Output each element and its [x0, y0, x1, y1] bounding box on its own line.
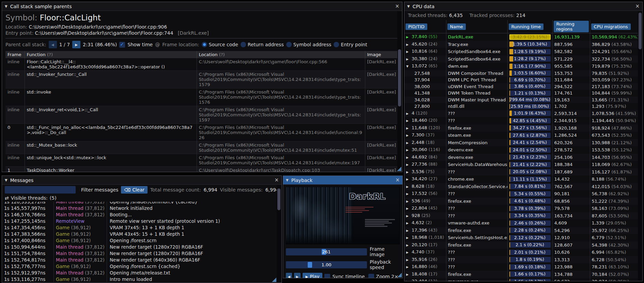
resize-grip[interactable] [272, 278, 276, 282]
function-cell[interactable]: std::unique_lock<std::mutex>::lock [25, 154, 197, 167]
frame-location-radio[interactable]: Return address [241, 42, 284, 47]
resize-grip[interactable] [397, 167, 401, 171]
cpu-process-row[interactable]: ▶928 (25) ??? 3.34 s (0.35%) 163,734 87,… [404, 212, 638, 220]
message-row[interactable]: 1s 147,255,145ns RemoteView (18,796) Rem… [2, 218, 281, 224]
expand-icon[interactable]: ▶ [406, 34, 412, 41]
pid-cell[interactable]: 38,000 [404, 83, 446, 90]
message-row[interactable]: 1s 152,776,777ns Game (36,912) Opening /… [2, 263, 281, 270]
location-cell[interactable]: C:\Users\wolf\Desktop\darkrl\src\TaskDis… [197, 167, 365, 172]
sync-timeline-checkbox[interactable] [324, 274, 330, 279]
cpu-process-row[interactable]: 27,548 DWM Compositor Thread 1:03.5 (6.6… [404, 70, 638, 77]
expand-icon[interactable]: ▶ [406, 213, 412, 220]
expand-icon[interactable]: ▶ [406, 235, 412, 242]
frame-location-radio[interactable]: Entry point [334, 42, 367, 47]
cpu-process-row[interactable]: ▶4,740 (37) ??? 2.01 s (0.21%) 10,626 6,… [404, 249, 638, 256]
function-cell[interactable]: std::invoke [25, 88, 197, 106]
close-icon[interactable]: × [395, 178, 400, 183]
pid-cell[interactable]: ▶22,404 (12) [404, 278, 446, 281]
message-row[interactable]: 1s 147,354,456ns Game (36,912) VRAM 37x4… [2, 224, 281, 231]
cpu-process-row[interactable]: ▶30,380 (24) ScriptedSandbox64.exe 1:28.… [404, 55, 638, 63]
cpu-process-row[interactable]: 37,904 DWM LPC Port Thread 6.69 s (0.70%… [404, 77, 638, 83]
cpu-process-row[interactable]: 41,348 DWM Token Thread 1.21 s (0.13%) 1… [404, 90, 638, 97]
cpu-titlebar[interactable]: ▼ CPU data × [404, 2, 642, 11]
callstack-frame-row[interactable]: inline std::_Invoker_functor::_Call C:\P… [5, 71, 401, 88]
pid-cell[interactable]: ▶7,300 (37) [404, 132, 446, 139]
location-cell[interactable]: C:\Program Files (x86)\Microsoft Visual … [197, 106, 365, 124]
cpu-process-row[interactable]: ▶17,532 (56) ??? 5.34 s (0.55%) 90,181 5… [404, 190, 638, 198]
pid-cell[interactable]: 27,800 [404, 103, 446, 110]
pid-cell[interactable]: ▶18,968 (1,018) [404, 234, 446, 242]
cpu-process-row[interactable]: ▶22,804 (45) ??? 3.78 s (0.39%) 79,578 5… [404, 205, 638, 212]
location-cell[interactable]: C:\Program Files (x86)\Microsoft Visual … [197, 124, 365, 142]
message-row[interactable]: 1s 120,333,272ns Main thread (37,812) Op… [2, 202, 281, 205]
collapse-icon[interactable]: ▼ [286, 178, 289, 182]
frame-image-slider[interactable]: 261 [286, 248, 367, 255]
message-row[interactable]: 1s 150,994,644ns Main thread (37,812) Ne… [2, 244, 281, 250]
pid-cell[interactable]: ▶44,692 (84) [404, 154, 446, 161]
col-header-running-regions[interactable]: Running regions [552, 20, 590, 33]
expand-icon[interactable]: ▶ [406, 279, 412, 281]
col-header-cpu-migrations[interactable]: CPU migrations [590, 20, 638, 33]
expand-icon[interactable]: ▶ [406, 184, 412, 190]
cpu-process-row[interactable]: ▶34,420 (27) chrome.exe 11.11 s (1.15%) … [404, 176, 638, 183]
callstack-frame-row[interactable]: inline Floor::CalcLight::__l4::<lambda_5… [5, 58, 401, 71]
function-cell[interactable]: std::_Invoker_functor::_Call [25, 71, 197, 88]
cpu-process-row[interactable]: ▶22,404 (12) msvsmon.exe 1.65 s (0.17%) … [404, 278, 638, 281]
expand-icon[interactable]: ▶ [406, 257, 412, 264]
col-header-running-time[interactable]: Running time [507, 20, 552, 33]
pid-cell[interactable]: ▶17,532 (56) [404, 190, 446, 198]
message-filter-input[interactable] [5, 186, 76, 194]
cpu-process-row[interactable]: ▶536 (49) firefox.exe 4.61 s (0.48%) 68,… [404, 198, 638, 205]
pid-cell[interactable]: ▶4,740 (37) [404, 249, 446, 256]
callstack-frame-row[interactable]: inline std::unique_lock<std::mutex>::loc… [5, 154, 401, 167]
expand-icon[interactable]: ▶ [406, 249, 412, 256]
pid-cell[interactable]: ▼13,072 (65) [404, 63, 446, 70]
pid-cell[interactable]: ▶16,880 (46) [404, 263, 446, 271]
col-header-name[interactable]: Name [446, 20, 507, 33]
cpu-process-row[interactable]: ▶20,120 (17) firefox.exe 2.1 s (0.22%) 1… [404, 242, 638, 249]
callstack-scrollbar[interactable] [397, 11, 402, 171]
clear-button[interactable]: ⌫ Clear [121, 186, 147, 194]
expand-icon[interactable]: ▶ [406, 176, 412, 183]
cpu-process-row[interactable]: ▶45,620 (24) Tracy.exe 1:39.5 (10.34%) 8… [404, 41, 638, 48]
pid-cell[interactable]: ▶37,840 (55) [404, 33, 446, 41]
function-cell[interactable]: TaskDispatch::Worker [25, 167, 197, 172]
messages-scrollbar[interactable] [277, 185, 281, 282]
cpu-process-row[interactable]: ▶18,968 (1,018) ServiceHub.SettingsHost.… [404, 234, 638, 242]
zoom-2x-checkbox[interactable] [368, 274, 374, 279]
expand-icon[interactable]: ▶ [406, 169, 412, 176]
pid-cell[interactable]: ▶30,060 (116) [404, 146, 446, 154]
cpu-process-row[interactable]: ▶44,692 (84) devenv.exe 21.43 s (2.23%) … [404, 154, 638, 161]
expand-icon[interactable]: ▶ [406, 147, 412, 154]
pid-cell[interactable]: ▶928 (25) [404, 212, 446, 220]
play-button[interactable]: ▶ Play [303, 273, 323, 278]
cpu-process-row[interactable]: ▶4 (120) ??? 1:01.9 (6.43%) 2,593,314 1,… [404, 110, 638, 117]
function-cell[interactable]: Floor::CalcLight::__l4::<lambda_5bc224f1… [25, 58, 197, 71]
scrollbar-thumb[interactable] [277, 188, 280, 210]
expand-icon[interactable]: ▶ [406, 140, 412, 147]
playback-titlebar[interactable]: ▼ Playback × [283, 176, 402, 185]
location-cell[interactable]: C:\Program Files (x86)\Microsoft Visual … [197, 71, 365, 88]
expand-icon[interactable]: ▶ [406, 132, 412, 139]
expand-icon[interactable]: ▶ [406, 198, 412, 205]
message-row[interactable]: 1s 153,116,277ns Game (36,912) Intro men… [2, 276, 281, 282]
expand-icon[interactable]: ▶ [406, 125, 412, 132]
expand-icon[interactable]: ▼ [406, 63, 412, 70]
collapse-icon[interactable]: ▼ [407, 4, 410, 8]
message-row[interactable]: 1s 152,764,817ns Main thread (37,812) Ne… [2, 257, 281, 263]
message-row[interactable]: 1s 152,912,997ns Main thread (37,812) Op… [2, 270, 281, 276]
prev-frame-button[interactable]: ◀ [286, 273, 292, 278]
cpu-process-row[interactable]: ▶18,460 (20) ??? 42.85 s (4.45%) 2,344,9… [404, 117, 638, 124]
pid-cell[interactable]: ▶3,536 (75) [404, 168, 446, 176]
expand-icon[interactable]: ▶ [406, 205, 412, 212]
callstack-frame-row[interactable]: inline std::_Invoker_ret<void,1>::_Call … [5, 106, 401, 124]
expand-icon[interactable]: ▶ [406, 228, 412, 234]
expand-icon[interactable]: ▶ [406, 56, 412, 63]
resize-grip[interactable] [397, 273, 402, 277]
pid-cell[interactable]: ▶30,380 (24) [404, 55, 446, 63]
pid-cell[interactable]: 37,904 [404, 77, 446, 83]
cpu-process-row[interactable]: ▶37,840 (55) DarkRL.exe 3:42.9 (23.15%) … [404, 33, 638, 41]
frame-location-radio[interactable]: Source code [202, 42, 238, 47]
cpu-process-row[interactable]: ▼13,072 (65) dwm.exe 1:16.1 (7.90%) 955,… [404, 63, 638, 70]
cpu-process-row[interactable]: ▶7,300 (37) steam.exe 27.61 s (2.87%) 1,… [404, 132, 638, 139]
